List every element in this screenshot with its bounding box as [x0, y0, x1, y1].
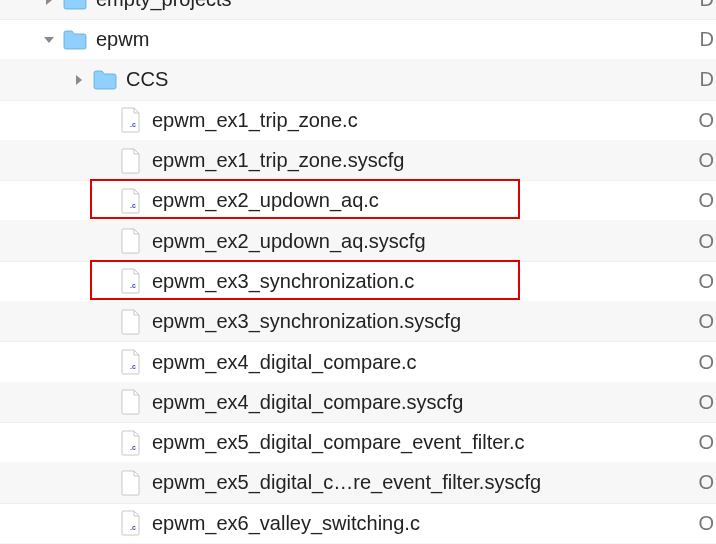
chevron-down-icon[interactable]	[42, 35, 56, 45]
item-name: CCS	[126, 68, 168, 91]
chevron-right-icon[interactable]	[72, 75, 86, 85]
item-name: epwm_ex2_updown_aq.c	[152, 189, 379, 212]
file-row[interactable]: .cepwm_ex1_trip_zone.cO	[0, 101, 716, 141]
c-file-icon: .c	[118, 107, 144, 133]
name-column: .cepwm_ex3_synchronization.c	[0, 268, 694, 294]
name-column: empty_projects	[0, 0, 694, 13]
status-label: O	[694, 471, 716, 494]
folder-icon	[92, 67, 118, 93]
svg-text:.c: .c	[130, 444, 136, 451]
status-label: D	[694, 68, 716, 91]
item-name: epwm_ex3_synchronization.syscfg	[152, 310, 461, 333]
c-file-icon: .c	[118, 188, 144, 214]
folder-icon	[62, 27, 88, 53]
file-row[interactable]: .cepwm_ex2_updown_aq.cO	[0, 181, 716, 221]
file-row[interactable]: epwm_ex2_updown_aq.syscfgO	[0, 221, 716, 261]
c-file-icon: .c	[118, 349, 144, 375]
file-row[interactable]: .cepwm_ex6_valley_switching.cO	[0, 504, 716, 544]
item-name: epwm_ex1_trip_zone.syscfg	[152, 149, 404, 172]
svg-text:.c: .c	[130, 282, 136, 289]
file-row[interactable]: .cepwm_ex3_synchronization.cO	[0, 262, 716, 302]
status-label: O	[694, 431, 716, 454]
chevron-right-icon[interactable]	[42, 0, 56, 5]
folder-icon	[62, 0, 88, 13]
svg-text:.c: .c	[130, 363, 136, 370]
file-row[interactable]: .cepwm_ex4_digital_compare.cO	[0, 342, 716, 382]
name-column: epwm_ex3_synchronization.syscfg	[0, 309, 694, 335]
item-name: epwm_ex2_updown_aq.syscfg	[152, 230, 426, 253]
file-row[interactable]: epwm_ex1_trip_zone.syscfgO	[0, 141, 716, 181]
status-label: D	[694, 28, 716, 51]
file-row[interactable]: .cepwm_ex5_digital_compare_event_filter.…	[0, 423, 716, 463]
name-column: CCS	[0, 67, 694, 93]
item-name: epwm_ex3_synchronization.c	[152, 270, 414, 293]
svg-text:.c: .c	[130, 524, 136, 531]
item-name: empty_projects	[96, 0, 232, 11]
c-file-icon: .c	[118, 268, 144, 294]
status-label: O	[694, 149, 716, 172]
name-column: epwm	[0, 27, 694, 53]
item-name: epwm_ex4_digital_compare.c	[152, 351, 417, 374]
name-column: epwm_ex4_digital_compare.syscfg	[0, 389, 694, 415]
name-column: epwm_ex1_trip_zone.syscfg	[0, 148, 694, 174]
file-icon	[118, 309, 144, 335]
name-column: epwm_ex5_digital_c…re_event_filter.syscf…	[0, 470, 694, 496]
file-row[interactable]: epwm_ex5_digital_c…re_event_filter.syscf…	[0, 463, 716, 503]
item-name: epwm	[96, 28, 149, 51]
name-column: .cepwm_ex1_trip_zone.c	[0, 107, 694, 133]
status-label: O	[694, 512, 716, 535]
item-name: epwm_ex5_digital_c…re_event_filter.syscf…	[152, 471, 541, 494]
svg-text:.c: .c	[130, 121, 136, 128]
folder-row[interactable]: empty_projectsD	[0, 0, 716, 20]
name-column: .cepwm_ex5_digital_compare_event_filter.…	[0, 430, 694, 456]
name-column: .cepwm_ex4_digital_compare.c	[0, 349, 694, 375]
file-icon	[118, 228, 144, 254]
name-column: .cepwm_ex6_valley_switching.c	[0, 510, 694, 536]
svg-text:.c: .c	[130, 202, 136, 209]
item-name: epwm_ex1_trip_zone.c	[152, 109, 358, 132]
c-file-icon: .c	[118, 510, 144, 536]
item-name: epwm_ex5_digital_compare_event_filter.c	[152, 431, 524, 454]
folder-row[interactable]: epwmD	[0, 20, 716, 60]
status-label: O	[694, 270, 716, 293]
status-label: D	[694, 0, 716, 11]
status-label: O	[694, 230, 716, 253]
file-row[interactable]: epwm_ex3_synchronization.syscfgO	[0, 302, 716, 342]
status-label: O	[694, 391, 716, 414]
status-label: O	[694, 351, 716, 374]
status-label: O	[694, 189, 716, 212]
name-column: .cepwm_ex2_updown_aq.c	[0, 188, 694, 214]
file-icon	[118, 389, 144, 415]
name-column: epwm_ex2_updown_aq.syscfg	[0, 228, 694, 254]
status-label: O	[694, 109, 716, 132]
folder-row[interactable]: CCSD	[0, 60, 716, 100]
item-name: epwm_ex6_valley_switching.c	[152, 512, 420, 535]
c-file-icon: .c	[118, 430, 144, 456]
item-name: epwm_ex4_digital_compare.syscfg	[152, 391, 463, 414]
file-icon	[118, 470, 144, 496]
file-row[interactable]: epwm_ex4_digital_compare.syscfgO	[0, 383, 716, 423]
status-label: O	[694, 310, 716, 333]
file-icon	[118, 148, 144, 174]
